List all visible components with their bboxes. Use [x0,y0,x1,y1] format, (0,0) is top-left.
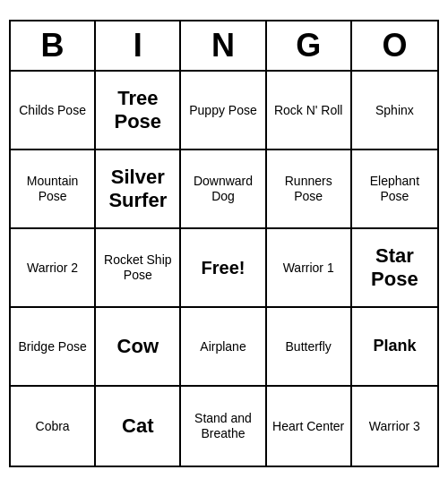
bingo-cell-5: Mountain Pose [11,150,96,229]
bingo-cell-9: Elephant Pose [352,150,437,229]
bingo-letter-b: B [11,21,96,70]
bingo-cell-21: Cat [96,387,181,466]
bingo-cell-3: Rock N' Roll [267,72,352,150]
bingo-cell-16: Cow [96,308,181,387]
bingo-card: BINGO Childs PoseTree PosePuppy PoseRock… [9,20,439,467]
bingo-cell-4: Sphinx [352,72,437,150]
bingo-cell-1: Tree Pose [96,72,181,150]
bingo-cell-7: Downward Dog [181,150,266,229]
bingo-cell-10: Warrior 2 [11,229,96,308]
bingo-cell-23: Heart Center [267,387,352,466]
bingo-cell-22: Stand and Breathe [181,387,266,466]
bingo-cell-8: Runners Pose [267,150,352,229]
bingo-letter-g: G [267,21,352,70]
bingo-cell-15: Bridge Pose [11,308,96,387]
bingo-cell-13: Warrior 1 [267,229,352,308]
bingo-cell-17: Airplane [181,308,266,387]
bingo-cell-11: Rocket Ship Pose [96,229,181,308]
bingo-cell-18: Butterfly [267,308,352,387]
bingo-header: BINGO [11,21,437,72]
bingo-cell-14: Star Pose [352,229,437,308]
bingo-cell-19: Plank [352,308,437,387]
bingo-grid: Childs PoseTree PosePuppy PoseRock N' Ro… [11,72,437,466]
bingo-cell-0: Childs Pose [11,72,96,150]
bingo-letter-n: N [181,21,266,70]
bingo-cell-6: Silver Surfer [96,150,181,229]
bingo-letter-i: I [96,21,181,70]
bingo-cell-2: Puppy Pose [181,72,266,150]
bingo-cell-12: Free! [181,229,266,308]
bingo-letter-o: O [352,21,437,70]
bingo-cell-20: Cobra [11,387,96,466]
bingo-cell-24: Warrior 3 [352,387,437,466]
